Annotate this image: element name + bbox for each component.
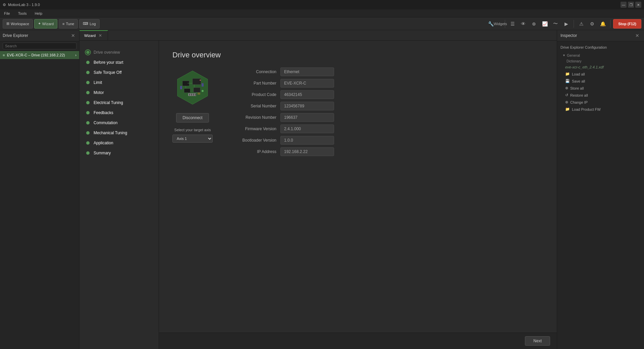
inspector-item-save-all[interactable]: 💾 Save all bbox=[560, 78, 641, 85]
eye-icon-button[interactable]: 👁 bbox=[519, 19, 528, 29]
field-row-serial-number: Serial Number 123456789 bbox=[233, 102, 334, 110]
field-label-connection: Connection bbox=[233, 69, 276, 74]
inspector-label-load-product-fw: Load Product FW bbox=[572, 107, 601, 111]
step-dot-drive-overview bbox=[86, 51, 90, 54]
menu-bar: File Tools Help bbox=[0, 9, 644, 17]
step-label-summary: Summary bbox=[94, 151, 111, 155]
inspector-section-general-title[interactable]: ▼ General bbox=[560, 52, 641, 59]
axis-select-label: Select your target axis bbox=[172, 128, 213, 132]
wizard-button[interactable]: ✦ Wizard bbox=[34, 19, 57, 29]
menu-help[interactable]: Help bbox=[33, 11, 44, 16]
step-label-limit: Limit bbox=[94, 80, 102, 85]
settings-icon-button[interactable]: ⚙ bbox=[587, 19, 597, 29]
field-value-bootloader-version: 1.0.0 bbox=[280, 136, 334, 145]
axis-select[interactable]: Axis 1 bbox=[172, 135, 213, 143]
title-bar-controls[interactable]: — ❐ ✕ bbox=[621, 2, 641, 8]
maximize-button[interactable]: ❐ bbox=[628, 2, 634, 8]
log-icon: ⌨ bbox=[83, 21, 88, 26]
warning-icon-button[interactable]: ⚠ bbox=[577, 19, 586, 29]
wizard-step-mechanical-tuning[interactable]: Mechanical Tuning bbox=[79, 128, 159, 138]
step-dot-feedbacks bbox=[86, 111, 90, 114]
field-label-firmware-version: Firmware Version bbox=[233, 127, 276, 131]
step-dot-limit bbox=[86, 81, 90, 84]
field-row-connection: Connection Ethernet bbox=[233, 67, 334, 76]
widgets-button[interactable]: 🔧 Widgets bbox=[493, 19, 502, 29]
step-dot-summary bbox=[86, 151, 90, 155]
minimize-button[interactable]: — bbox=[621, 2, 627, 8]
folder-icon: 📁 bbox=[565, 72, 570, 76]
wizard-step-limit[interactable]: Limit bbox=[79, 78, 159, 88]
toolbar-separator-3 bbox=[610, 20, 610, 28]
inspector-item-restore-all[interactable]: ↺ Restore all bbox=[560, 92, 641, 99]
workspace-button[interactable]: ⊞ Workspace bbox=[3, 19, 33, 29]
svg-point-18 bbox=[200, 80, 201, 81]
fw-icon: 📁 bbox=[565, 107, 570, 111]
wizard-step-drive-overview[interactable]: Drive overview bbox=[79, 47, 159, 57]
drive-image bbox=[172, 67, 213, 108]
inspector-label-store-all: Store all bbox=[570, 86, 584, 90]
next-button[interactable]: Next bbox=[525, 336, 550, 346]
wizard-step-before-start[interactable]: Before your start bbox=[79, 57, 159, 67]
wizard-step-application[interactable]: Application bbox=[79, 138, 159, 148]
menu-file[interactable]: File bbox=[3, 11, 11, 16]
wizard-sidebar: Drive overview Before your start Safe To… bbox=[79, 41, 159, 349]
svg-point-17 bbox=[202, 90, 204, 92]
axis-select-section: Select your target axis Axis 1 bbox=[172, 128, 213, 143]
inspector-section-general: ▼ General Dictionary eve-xcr-c_eth_2.4.1… bbox=[560, 52, 641, 113]
page-title: Drive overview bbox=[172, 51, 543, 59]
svg-rect-1 bbox=[182, 81, 189, 86]
wizard-step-feedbacks[interactable]: Feedbacks bbox=[79, 108, 159, 118]
field-row-revision-number: Revision Number 196637 bbox=[233, 113, 334, 122]
step-dot-safe-torque-off bbox=[86, 71, 90, 74]
wizard-step-safe-torque-off[interactable]: Safe Torque Off bbox=[79, 67, 159, 78]
drive-item[interactable]: ■ EVE-XCR-C – Drive (192.168.2.22) › bbox=[0, 51, 79, 59]
inspector-body: Drive Explorer Configuration ▼ General D… bbox=[557, 41, 644, 349]
log-button[interactable]: ⌨ Log bbox=[79, 19, 99, 29]
tab-wizard[interactable]: Wizard ✕ bbox=[79, 30, 108, 40]
close-window-button[interactable]: ✕ bbox=[635, 2, 641, 8]
menu-tools[interactable]: Tools bbox=[17, 11, 28, 16]
step-dot-application bbox=[86, 141, 90, 145]
wizard-content: Drive overview bbox=[159, 41, 557, 333]
field-label-product-code: Product Code bbox=[233, 92, 276, 97]
step-dot-before-start bbox=[86, 61, 90, 64]
wizard-step-commutation[interactable]: Commutation bbox=[79, 118, 159, 128]
step-label-commutation: Commutation bbox=[94, 120, 117, 125]
crosshair-icon-button[interactable]: ⊕ bbox=[529, 19, 539, 29]
search-input[interactable] bbox=[3, 43, 76, 49]
terminal-icon-button[interactable]: ▶ bbox=[561, 19, 571, 29]
field-row-product-code: Product Code 46342145 bbox=[233, 90, 334, 99]
save-icon: 💾 bbox=[565, 79, 570, 83]
inspector-header: Inspector ✕ bbox=[557, 30, 644, 41]
inspector-close-button[interactable]: ✕ bbox=[634, 32, 641, 39]
inspector-label-load-all: Load all bbox=[572, 72, 585, 76]
inspector-item-store-all[interactable]: ⊕ Store all bbox=[560, 85, 641, 92]
step-label-feedbacks: Feedbacks bbox=[94, 110, 113, 115]
inspector-subtitle: Drive Explorer Configuration bbox=[560, 44, 641, 52]
wizard-step-motor[interactable]: Motor bbox=[79, 88, 159, 98]
stop-button[interactable]: Stop (F12) bbox=[613, 19, 641, 29]
scope-icon-button[interactable]: 〜 bbox=[551, 19, 560, 29]
chart-icon-button[interactable]: 📈 bbox=[540, 19, 549, 29]
tab-wizard-close[interactable]: ✕ bbox=[98, 33, 103, 38]
inspector-dict-value: eve-xcr-c_eth_2.4.1.xdf bbox=[560, 64, 641, 70]
drive-explorer-close-button[interactable]: ✕ bbox=[70, 32, 76, 39]
bell-icon-button[interactable]: 🔔 bbox=[598, 19, 607, 29]
svg-rect-6 bbox=[202, 83, 204, 87]
inspector-dict-label: Dictionary bbox=[560, 59, 641, 64]
collapse-arrow-general: ▼ bbox=[562, 54, 566, 57]
tune-button[interactable]: ≡ Tune bbox=[59, 19, 78, 29]
field-label-part-number: Part Number bbox=[233, 81, 276, 86]
inspector-item-load-all[interactable]: 📁 Load all bbox=[560, 70, 641, 78]
wizard-step-summary[interactable]: Summary bbox=[79, 148, 159, 158]
inspector-item-change-ip[interactable]: ⊕ Change IP bbox=[560, 99, 641, 106]
field-value-firmware-version: 2.4.1.000 bbox=[280, 124, 334, 133]
table-icon-button[interactable]: ☰ bbox=[508, 19, 517, 29]
svg-rect-10 bbox=[191, 94, 192, 96]
inspector-item-load-product-fw[interactable]: 📁 Load Product FW bbox=[560, 106, 641, 113]
step-label-drive-overview: Drive overview bbox=[94, 50, 120, 55]
disconnect-button[interactable]: Disconnect bbox=[176, 113, 209, 122]
toolbar: ⊞ Workspace ✦ Wizard ≡ Tune ⌨ Log 🔧 Widg… bbox=[0, 17, 644, 30]
wizard-step-electrical-tuning[interactable]: Electrical Tuning bbox=[79, 98, 159, 108]
step-label-application: Application bbox=[94, 141, 113, 145]
